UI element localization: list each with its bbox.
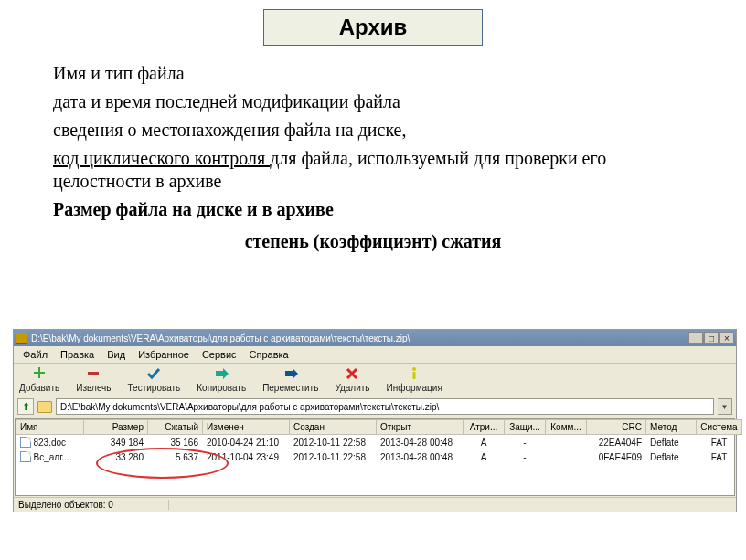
x-icon <box>344 365 360 382</box>
up-button[interactable]: ⬆ <box>17 398 34 415</box>
move-icon <box>282 365 299 382</box>
path-dropdown[interactable]: ▼ <box>718 398 732 415</box>
cell-size: 33 280 <box>84 449 148 464</box>
tb-delete[interactable]: Удалить <box>335 365 369 393</box>
line-4: код циклического контроля для файла, исп… <box>53 147 693 193</box>
cell-created: 2012-10-11 22:58 <box>290 435 377 450</box>
col-fs[interactable]: Система <box>697 420 742 435</box>
line-4-underlined: код циклического контроля <box>53 148 270 168</box>
tb-copy[interactable]: Копировать <box>197 365 246 393</box>
tb-move[interactable]: Переместить <box>262 365 318 393</box>
cell-crc: 0FAE4F09 <box>587 449 646 464</box>
tb-add-label: Добавить <box>19 383 59 393</box>
col-created[interactable]: Создан <box>290 420 377 435</box>
col-attr[interactable]: Атри... <box>464 420 505 435</box>
archiver-window: D:\E\bak\My dokuments\VERA\Архиваторы\дл… <box>13 329 737 512</box>
col-packed[interactable]: Сжатый <box>148 420 203 435</box>
cell-opened: 2013-04-28 00:48 <box>377 449 464 464</box>
cell-packed: 35 166 <box>148 435 203 450</box>
tb-info[interactable]: Информация <box>387 365 442 393</box>
grid-blank-area <box>16 464 734 495</box>
cell-method: Deflate <box>646 435 697 450</box>
cell-crc: 22EA404F <box>587 435 646 450</box>
col-comm[interactable]: Комм... <box>546 420 587 435</box>
archive-title: Архив <box>263 9 483 46</box>
cell-modified: 2010-04-24 21:10 <box>203 435 290 450</box>
menu-favorites[interactable]: Избранное <box>133 348 195 361</box>
tb-copy-label: Копировать <box>197 383 246 393</box>
cell-method: Deflate <box>646 449 697 464</box>
menu-file[interactable]: Файл <box>17 348 53 361</box>
svg-rect-2 <box>413 372 416 379</box>
header-row: Имя Размер Сжатый Изменен Создан Открыт … <box>16 420 742 435</box>
tb-move-label: Переместить <box>262 383 318 393</box>
cell-comm <box>546 435 587 450</box>
toolbar: Добавить Извлечь Тестировать Копировать … <box>14 364 736 396</box>
col-size[interactable]: Размер <box>84 420 148 435</box>
table-row[interactable]: 823.doc 349 184 35 166 2010-04-24 21:10 … <box>16 435 742 450</box>
cell-prot: - <box>505 435 546 450</box>
arrow-right-icon <box>213 365 229 382</box>
cell-name: 823.doc <box>34 438 67 448</box>
window-title: D:\E\bak\My dokuments\VERA\Архиваторы\дл… <box>31 333 688 343</box>
minus-icon <box>85 365 101 382</box>
cell-prot: - <box>505 449 546 464</box>
path-input[interactable]: D:\E\bak\My dokuments\VERA\Архиваторы\дл… <box>56 398 714 415</box>
statusbar: Выделено объектов: 0 <box>14 497 736 512</box>
col-method[interactable]: Метод <box>646 420 697 435</box>
status-selected: Выделено объектов: 0 <box>18 500 169 510</box>
col-crc[interactable]: CRC <box>587 420 646 435</box>
line-6: степень (коэффициэнт) сжатия <box>53 230 693 253</box>
menubar: Файл Правка Вид Избранное Сервис Справка <box>14 346 736 364</box>
maximize-button[interactable]: □ <box>704 332 719 344</box>
check-icon <box>145 365 162 382</box>
col-name[interactable]: Имя <box>16 420 84 435</box>
table-row[interactable]: Вс_алг.... 33 280 5 637 2011-10-04 23:49… <box>16 449 742 464</box>
app-icon <box>16 333 27 344</box>
titlebar: D:\E\bak\My dokuments\VERA\Архиваторы\дл… <box>14 330 736 346</box>
file-grid: Имя Размер Сжатый Изменен Создан Открыт … <box>15 418 735 496</box>
tb-extract-label: Извлечь <box>76 383 111 393</box>
tb-delete-label: Удалить <box>335 383 369 393</box>
menu-help[interactable]: Справка <box>244 348 294 361</box>
cell-name: Вс_алг.... <box>34 452 72 462</box>
line-2: дата и время последней модификации файла <box>53 90 693 113</box>
cell-opened: 2013-04-28 00:48 <box>377 435 464 450</box>
info-icon <box>406 365 422 382</box>
tb-test-label: Тестировать <box>128 383 181 393</box>
cell-comm <box>546 449 587 464</box>
col-modified[interactable]: Изменен <box>203 420 290 435</box>
close-button[interactable]: × <box>719 332 734 344</box>
line-5: Размер файла на диске и в архиве <box>53 198 693 221</box>
line-1: Имя и тип файла <box>53 62 693 85</box>
cell-created: 2012-10-11 22:58 <box>290 449 377 464</box>
menu-edit[interactable]: Правка <box>55 348 100 361</box>
folder-icon <box>37 401 52 413</box>
tb-info-label: Информация <box>387 383 442 393</box>
tb-add[interactable]: Добавить <box>19 365 59 393</box>
col-opened[interactable]: Открыт <box>377 420 464 435</box>
cell-modified: 2011-10-04 23:49 <box>203 449 290 464</box>
cell-fs: FAT <box>697 435 742 450</box>
svg-rect-0 <box>88 372 99 375</box>
cell-attr: A <box>464 449 505 464</box>
cell-fs: FAT <box>697 449 742 464</box>
menu-view[interactable]: Вид <box>101 348 131 361</box>
file-icon <box>20 437 31 448</box>
plus-icon <box>31 365 48 382</box>
svg-point-1 <box>412 367 416 371</box>
cell-attr: A <box>464 435 505 450</box>
minimize-button[interactable]: _ <box>688 332 703 344</box>
cell-packed: 5 637 <box>148 449 203 464</box>
pathbar: ⬆ D:\E\bak\My dokuments\VERA\Архиваторы\… <box>14 396 736 417</box>
menu-service[interactable]: Сервис <box>197 348 242 361</box>
col-prot[interactable]: Защи... <box>505 420 546 435</box>
line-3: сведения о местонахождения файла на диск… <box>53 119 693 142</box>
tb-test[interactable]: Тестировать <box>128 365 181 393</box>
file-icon <box>20 451 31 462</box>
cell-size: 349 184 <box>84 435 148 450</box>
tb-extract[interactable]: Извлечь <box>76 365 111 393</box>
